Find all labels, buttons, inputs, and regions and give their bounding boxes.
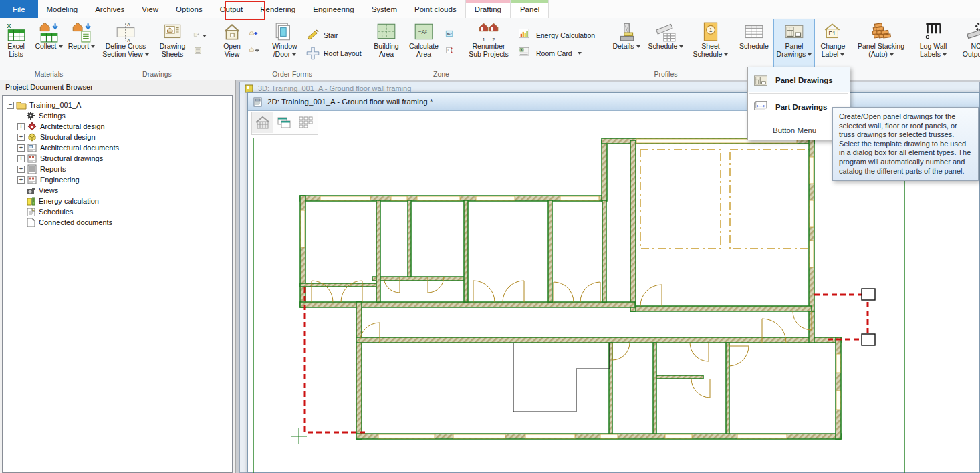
window-opening[interactable]	[810, 241, 814, 267]
stair-button[interactable]: Stair	[305, 28, 338, 43]
window-opening[interactable]	[378, 434, 435, 438]
expand-icon[interactable]: +	[17, 176, 25, 184]
tree-item-reports[interactable]: +Reports	[3, 164, 232, 174]
wall[interactable]	[356, 337, 841, 343]
window-opening[interactable]	[810, 200, 814, 227]
window-opening[interactable]	[391, 196, 407, 200]
slist-button[interactable]	[193, 47, 207, 59]
tab-drafting[interactable]: Drafting	[465, 0, 511, 18]
wall[interactable]	[836, 337, 841, 439]
window-opening[interactable]	[525, 434, 575, 438]
al-button[interactable]: L	[445, 47, 458, 59]
tree-item-views[interactable]: Views	[3, 185, 232, 196]
vmove-button[interactable]	[248, 47, 261, 59]
wall[interactable]	[602, 200, 606, 302]
tree-item-structural-drawings[interactable]: +Structural drawings	[3, 153, 232, 164]
cascade-windows-button[interactable]	[273, 112, 295, 133]
wall[interactable]	[656, 375, 703, 379]
tab-archives[interactable]: Archives	[86, 0, 133, 18]
sheet-schedule-button[interactable]: 1SheetSchedule	[688, 19, 733, 69]
wall[interactable]	[630, 306, 812, 311]
nc-output-button[interactable]: NCOutput	[955, 19, 980, 69]
panel-drawings-button[interactable]: PanelDrawings	[773, 19, 815, 69]
snew-button[interactable]	[193, 30, 207, 42]
details-button[interactable]: Details	[609, 19, 644, 69]
tab-view[interactable]: View	[133, 0, 167, 18]
window-opening[interactable]	[665, 434, 692, 438]
wall[interactable]	[376, 200, 380, 302]
wall[interactable]	[653, 343, 656, 434]
open-view-button[interactable]: OpenView	[217, 19, 247, 69]
log-wall-labels-button[interactable]: Log WallLabels	[912, 19, 954, 69]
window-opening[interactable]	[810, 157, 814, 184]
tree-item-schedules[interactable]: Schedules	[3, 206, 232, 217]
tree-item-engineering[interactable]: +Engineering	[3, 174, 232, 185]
expand-icon[interactable]: +	[17, 123, 25, 130]
window-opening[interactable]	[836, 354, 840, 373]
excel-lists-button[interactable]: XExcelLists	[1, 19, 31, 69]
report-button[interactable]: Report	[66, 19, 97, 69]
building-area-button[interactable]: BuildingArea	[368, 19, 404, 69]
window-opening[interactable]	[836, 391, 840, 410]
tree-item-settings[interactable]: Settings	[3, 110, 232, 121]
expand-icon[interactable]: +	[17, 134, 25, 141]
drawing-sheets-button[interactable]: DrawingSheets	[153, 19, 192, 69]
tree-item-energy-calculation[interactable]: Energy calculation	[3, 196, 232, 206]
tab-modeling[interactable]: Modeling	[38, 0, 87, 18]
wall[interactable]	[372, 277, 466, 281]
window-opening[interactable]	[417, 196, 460, 200]
tab-system[interactable]: System	[363, 0, 406, 18]
selection-handle[interactable]	[862, 289, 875, 300]
document-tree[interactable]: −Training_001_ASettings+Architectural de…	[2, 95, 233, 473]
collect-button[interactable]: Collect	[31, 19, 66, 69]
window-opening[interactable]	[600, 434, 618, 438]
tree-item-architectural-design[interactable]: +Architectural design	[3, 121, 232, 132]
tree-item-architectural-documents[interactable]: +Architectural documents	[3, 142, 232, 153]
change-label-button[interactable]: E1ChangeLabel	[815, 19, 851, 69]
wall[interactable]	[408, 200, 411, 277]
wall[interactable]	[300, 302, 635, 307]
expand-icon[interactable]: +	[17, 166, 25, 173]
wall[interactable]	[726, 343, 729, 434]
panel-stacking-auto-button[interactable]: Panel Stacking(Auto)	[851, 19, 911, 69]
renumber-sub-projects-button[interactable]: 12RenumberSub Projects	[463, 19, 514, 69]
expand-icon[interactable]: +	[17, 155, 25, 162]
wall[interactable]	[300, 283, 379, 287]
schedule-button[interactable]: Schedule	[645, 19, 687, 69]
define-cross-section-view-button[interactable]: AADefine CrossSection View	[98, 19, 153, 69]
vadd-button[interactable]	[248, 30, 261, 42]
roof-layout-button[interactable]: Roof Layout	[305, 46, 362, 61]
window-opening[interactable]	[560, 196, 599, 200]
wall[interactable]	[602, 140, 607, 201]
window-opening[interactable]	[737, 434, 787, 438]
wall[interactable]	[356, 302, 362, 439]
window-door-button[interactable]: Window/Door	[267, 19, 303, 69]
tree-item-training-001-a[interactable]: −Training_001_A	[3, 100, 232, 110]
menu-item-panel-drawings[interactable]: Panel Drawings	[748, 67, 850, 92]
tab-file[interactable]: File	[0, 0, 38, 18]
room-card-button[interactable]: ARoom Card	[518, 46, 582, 61]
wall[interactable]	[548, 200, 552, 302]
tree-item-connected-documents[interactable]: Connected documents	[3, 217, 232, 228]
aq-button[interactable]: A=?	[445, 30, 458, 42]
energy-calculation-button[interactable]: Energy Calculation	[518, 28, 595, 43]
tree-item-structural-design[interactable]: +Structural design	[3, 132, 232, 142]
collapse-icon[interactable]: −	[7, 102, 14, 109]
calculate-area-button[interactable]: =A²CalculateArea	[404, 19, 443, 69]
tab-panel[interactable]: Panel	[511, 0, 549, 18]
window-opening[interactable]	[476, 196, 515, 200]
tab-options[interactable]: Options	[167, 0, 211, 18]
window-opening[interactable]	[320, 196, 370, 200]
tab-engineering[interactable]: Engineering	[304, 0, 362, 18]
tab-point-clouds[interactable]: Point clouds	[406, 0, 465, 18]
selected-wall-outline[interactable]	[814, 295, 868, 339]
grid-view-button[interactable]	[295, 112, 316, 133]
selection-handle[interactable]	[862, 334, 875, 345]
framing-view-button[interactable]	[252, 112, 273, 133]
schedule-button[interactable]: Schedule	[735, 19, 773, 69]
window-opening[interactable]	[301, 210, 305, 247]
wall[interactable]	[464, 200, 468, 302]
window-opening[interactable]	[453, 434, 505, 438]
expand-icon[interactable]: +	[17, 144, 25, 152]
wall[interactable]	[630, 140, 636, 311]
